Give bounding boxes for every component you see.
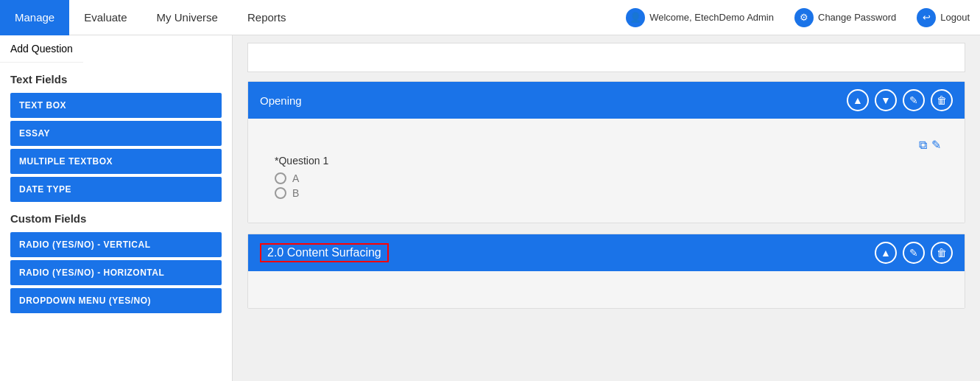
nav-item-evaluate[interactable]: Evaluate <box>69 0 141 35</box>
radio-b-icon <box>275 187 286 199</box>
sidebar: Add Question Text Fields TEXT BOX ESSAY … <box>0 35 233 381</box>
option-a-label: A <box>292 172 299 184</box>
content-area: Opening ▲ ▼ ✎ 🗑 ⧉ ✎ *Question 1 <box>233 35 980 381</box>
content-surfacing-title: 2.0 Content Surfacing <box>260 243 389 262</box>
dropdown-yes-no-button[interactable]: DROPDOWN MENU (YES/NO) <box>10 288 222 313</box>
change-password-text: Change Password <box>818 12 896 23</box>
nav-logout[interactable]: ↩ Logout <box>906 0 980 35</box>
question-area: ⧉ ✎ *Question 1 A B <box>260 129 953 212</box>
welcome-text: Welcome, EtechDemo Admin <box>649 12 774 23</box>
top-nav: Manage Evaluate My Universe Reports 👤 We… <box>0 0 980 35</box>
radio-horizontal-button[interactable]: RADIO (YES/NO) - HORIZONTAL <box>10 260 222 285</box>
user-icon: 👤 <box>626 8 645 27</box>
opening-up-button[interactable]: ▲ <box>847 89 869 111</box>
option-row-b: B <box>267 187 945 199</box>
option-b-label: B <box>292 187 299 199</box>
logout-text: Logout <box>940 12 970 23</box>
content-surfacing-up-button[interactable]: ▲ <box>875 242 897 264</box>
opening-section-body: ⧉ ✎ *Question 1 A B <box>248 119 965 223</box>
gear-icon: ⚙ <box>794 8 814 27</box>
opening-section-title: Opening <box>260 94 302 107</box>
content-surfacing-delete-button[interactable]: 🗑 <box>931 242 953 264</box>
nav-change-password[interactable]: ⚙ Change Password <box>784 0 906 35</box>
nav-right: 👤 Welcome, EtechDemo Admin ⚙ Change Pass… <box>616 0 980 35</box>
radio-vertical-button[interactable]: RADIO (YES/NO) - VERTICAL <box>10 232 222 257</box>
opening-header-actions: ▲ ▼ ✎ 🗑 <box>847 89 953 111</box>
nav-welcome[interactable]: 👤 Welcome, EtechDemo Admin <box>616 0 784 35</box>
content-surfacing-header: 2.0 Content Surfacing ▲ ✎ 🗑 <box>248 234 965 271</box>
content-surfacing-edit-button[interactable]: ✎ <box>903 242 925 264</box>
date-type-button[interactable]: DATE TYPE <box>10 177 222 202</box>
opening-delete-button[interactable]: 🗑 <box>931 89 953 111</box>
question-copy-button[interactable]: ⧉ <box>919 138 927 152</box>
opening-section-header: Opening ▲ ▼ ✎ 🗑 <box>248 82 965 119</box>
question-label: Question 1 <box>278 155 328 167</box>
logout-icon: ↩ <box>917 8 936 27</box>
multiple-textbox-button[interactable]: MULTIPLE TEXTBOX <box>10 149 222 174</box>
question-actions: ⧉ ✎ <box>267 133 945 155</box>
nav-item-manage[interactable]: Manage <box>0 0 69 35</box>
text-fields-title: Text Fields <box>0 66 232 90</box>
essay-button[interactable]: ESSAY <box>10 121 222 146</box>
content-surfacing-actions: ▲ ✎ 🗑 <box>875 242 953 264</box>
question-edit-button[interactable]: ✎ <box>931 138 941 152</box>
option-row-a: A <box>267 172 945 184</box>
main-layout: Add Question Text Fields TEXT BOX ESSAY … <box>0 35 980 381</box>
content-surfacing-body <box>248 271 965 308</box>
question-text: *Question 1 <box>267 155 945 167</box>
nav-item-reports[interactable]: Reports <box>233 0 301 35</box>
content-surfacing-card: 2.0 Content Surfacing ▲ ✎ 🗑 <box>247 234 965 309</box>
opening-edit-button[interactable]: ✎ <box>903 89 925 111</box>
text-box-button[interactable]: TEXT BOX <box>10 93 222 118</box>
radio-a-icon <box>275 172 286 184</box>
nav-item-my-universe[interactable]: My Universe <box>142 0 233 35</box>
add-question-button[interactable]: Add Question <box>0 35 83 63</box>
opening-down-button[interactable]: ▼ <box>875 89 897 111</box>
opening-section-card: Opening ▲ ▼ ✎ 🗑 ⧉ ✎ *Question 1 <box>247 81 965 223</box>
custom-fields-title: Custom Fields <box>0 205 232 229</box>
top-white-bar <box>247 43 965 72</box>
